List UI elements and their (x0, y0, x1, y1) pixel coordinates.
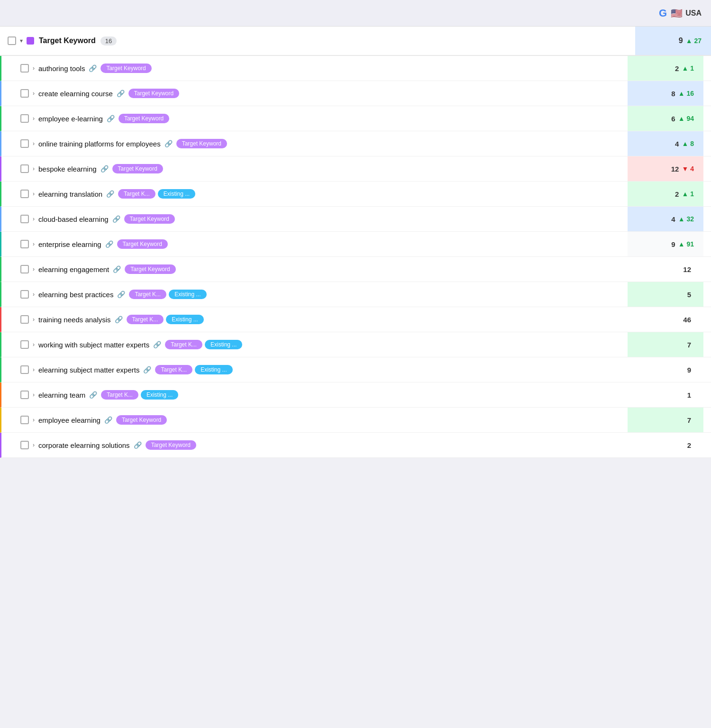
row-chevron-icon[interactable]: › (33, 366, 35, 373)
keyword-text: bespoke elearning (38, 165, 97, 173)
main-keyword-row: ▾ Target Keyword 16 9 ▲ 27 (0, 27, 711, 56)
row-checkbox[interactable] (20, 441, 29, 449)
row-chevron-icon[interactable]: › (33, 90, 35, 97)
link-icon[interactable]: 🔗 (106, 190, 114, 198)
row-chevron-icon[interactable]: › (33, 191, 35, 197)
row-left: › authoring tools 🔗 Target Keyword (9, 59, 628, 78)
row-checkbox[interactable] (20, 139, 29, 148)
link-icon[interactable]: 🔗 (113, 265, 121, 273)
rank-number: 8 (671, 90, 675, 98)
link-icon[interactable]: 🔗 (100, 165, 109, 173)
rank-number: 4 (675, 140, 679, 148)
row-checkbox[interactable] (20, 215, 29, 223)
row-chevron-icon[interactable]: › (33, 291, 35, 298)
row-checkbox[interactable] (20, 340, 29, 349)
row-chevron-icon[interactable]: › (33, 140, 35, 147)
table-row: › corporate elearning solutions 🔗 Target… (0, 433, 711, 458)
change-indicator: ▲ 8 (682, 140, 694, 147)
link-icon[interactable]: 🔗 (153, 341, 161, 348)
link-icon[interactable]: 🔗 (107, 115, 115, 122)
table-row: › elearning team 🔗 Target K...Existing .… (0, 382, 711, 408)
country-label: USA (685, 9, 702, 18)
keyword-text: enterprise elearning (38, 240, 101, 248)
row-checkbox[interactable] (20, 391, 29, 399)
row-right: 6 ▲ 94 (628, 106, 703, 131)
rank-number: 12 (683, 265, 691, 273)
row-left: › corporate elearning solutions 🔗 Target… (9, 436, 628, 455)
row-right: 46 (628, 307, 703, 332)
top-header: G 🇺🇸 USA (0, 0, 711, 27)
row-checkbox[interactable] (20, 416, 29, 424)
row-chevron-icon[interactable]: › (33, 316, 35, 323)
link-icon[interactable]: 🔗 (89, 64, 97, 72)
table-row: › create elearning course 🔗 Target Keywo… (0, 81, 711, 106)
row-checkbox[interactable] (20, 89, 29, 98)
row-chevron-icon[interactable]: › (33, 241, 35, 247)
row-checkbox[interactable] (20, 114, 29, 123)
row-chevron-icon[interactable]: › (33, 115, 35, 122)
keyword-text: elearning subject matter experts (38, 366, 139, 374)
main-row-left: ▾ Target Keyword 16 (8, 36, 635, 46)
row-left: › elearning subject matter experts 🔗 Tar… (9, 360, 628, 379)
tag-purple: Target Keyword (124, 214, 175, 224)
row-chevron-icon[interactable]: › (33, 341, 35, 348)
keyword-text: employee e-learning (38, 115, 103, 123)
table-row: › bespoke elearning 🔗 Target Keyword 12 … (0, 156, 711, 182)
row-checkbox[interactable] (20, 64, 29, 73)
link-icon[interactable]: 🔗 (164, 140, 173, 147)
row-chevron-icon[interactable]: › (33, 417, 35, 423)
row-left: › working with subject matter experts 🔗 … (9, 335, 628, 354)
keyword-text: corporate elearning solutions (38, 441, 130, 449)
row-checkbox[interactable] (20, 164, 29, 173)
rank-number: 2 (675, 64, 679, 73)
row-left: › bespoke elearning 🔗 Target Keyword (9, 159, 628, 178)
row-checkbox[interactable] (20, 265, 29, 273)
row-checkbox[interactable] (20, 315, 29, 324)
rank-number: 6 (671, 115, 675, 123)
change-indicator: ▲ 1 (682, 190, 694, 198)
link-icon[interactable]: 🔗 (117, 90, 125, 97)
link-icon[interactable]: 🔗 (89, 391, 97, 399)
row-chevron-icon[interactable]: › (33, 65, 35, 72)
row-right: 2 (628, 433, 703, 457)
row-chevron-icon[interactable]: › (33, 391, 35, 398)
link-icon[interactable]: 🔗 (105, 240, 113, 248)
row-chevron-icon[interactable]: › (33, 442, 35, 448)
row-checkbox[interactable] (20, 190, 29, 198)
main-checkbox[interactable] (8, 36, 16, 45)
keyword-text: elearning team (38, 391, 85, 399)
main-change: ▲ 27 (686, 37, 702, 45)
tag-purple: Target Keyword (146, 440, 196, 450)
tag-purple: Target K... (127, 315, 164, 324)
change-indicator: ▼ 4 (682, 165, 694, 173)
row-chevron-icon[interactable]: › (33, 216, 35, 222)
row-right: 9 ▲ 91 (628, 232, 703, 256)
tag-purple: Target K... (165, 340, 202, 349)
row-right: 7 (628, 408, 703, 432)
table-row: › online training platforms for employee… (0, 131, 711, 156)
link-icon[interactable]: 🔗 (134, 441, 142, 449)
link-icon[interactable]: 🔗 (143, 366, 151, 373)
table-row: › enterprise elearning 🔗 Target Keyword … (0, 232, 711, 257)
tag-blue: Existing ... (205, 340, 242, 349)
rank-number: 46 (683, 316, 691, 324)
row-left: › elearning best practices 🔗 Target K...… (9, 285, 628, 304)
tag-purple: Target Keyword (176, 139, 227, 148)
row-checkbox[interactable] (20, 365, 29, 374)
link-icon[interactable]: 🔗 (112, 215, 120, 223)
tag-purple: Target Keyword (125, 264, 175, 274)
main-chevron-icon[interactable]: ▾ (20, 37, 23, 44)
row-checkbox[interactable] (20, 290, 29, 299)
google-logo: G (659, 7, 667, 19)
link-icon[interactable]: 🔗 (104, 416, 112, 424)
purple-square-icon (27, 37, 34, 45)
link-icon[interactable]: 🔗 (117, 291, 125, 298)
keyword-text: create elearning course (38, 90, 113, 98)
row-chevron-icon[interactable]: › (33, 165, 35, 172)
google-g-letter: G (659, 7, 667, 19)
link-icon[interactable]: 🔗 (115, 316, 123, 323)
row-checkbox[interactable] (20, 240, 29, 248)
row-chevron-icon[interactable]: › (33, 266, 35, 273)
row-left: › elearning engagement 🔗 Target Keyword (9, 260, 628, 279)
row-right: 2 ▲ 1 (628, 56, 703, 81)
